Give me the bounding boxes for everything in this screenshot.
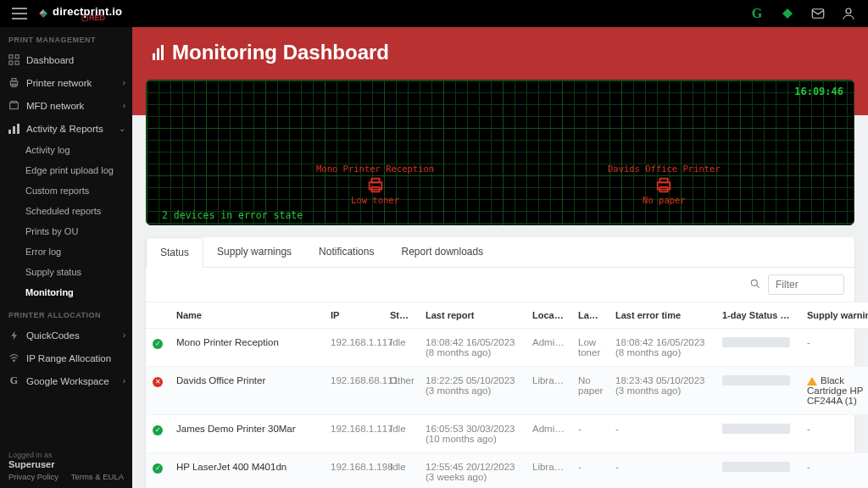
sidebar-footer: Logged in as Superuser Privacy Policy Te… [0,446,132,488]
svg-rect-5 [15,61,19,64]
topbar: directprint.io ▢RED G [0,0,868,27]
chevron-right-icon: › [123,330,125,340]
svg-rect-12 [371,178,379,182]
sidebar-sub-activity-log[interactable]: Activity log [0,140,132,160]
sidebar-item-google-workspace[interactable]: G Google Workspace › [0,369,132,392]
brand[interactable]: directprint.io ▢RED [37,6,122,22]
chart-bars-icon [153,45,164,60]
tab-status[interactable]: Status [146,237,203,268]
sidebar-sub-edge-upload[interactable]: Edge print upload log [0,160,132,180]
copier-icon [8,100,19,111]
filter-input[interactable] [768,274,844,295]
sidebar-item-ip-range[interactable]: IP Range Allocation [0,347,132,369]
google-icon[interactable]: G [749,6,765,21]
sidebar-label: MFD network [26,101,84,111]
col-name[interactable]: Name [170,302,324,329]
brand-logo-icon [37,8,49,19]
col-last-report[interactable]: Last report [419,302,526,329]
page: Monitoring Dashboard 16:09:46 Mono Print… [132,27,868,488]
col-last-error-time[interactable]: Last error time [609,302,715,329]
table-row[interactable]: ✓James Demo Printer 30Mar192.168.1.117Id… [146,415,868,453]
monitor-error-summary: 2 devices in error state [162,209,303,221]
sidebar-section-printer-allocation: PRINTER ALLOCATION [0,302,132,324]
svg-rect-7 [12,79,16,81]
monitor-device-1[interactable]: Mono Printer Reception Low toner [316,164,434,205]
sidebar-item-printer-network[interactable]: Printer network › [0,71,132,94]
device-error: Low toner [316,195,434,206]
sidebar-sub-scheduled-reports[interactable]: Scheduled reports [0,201,132,221]
table-row[interactable]: ✕Davids Office Printer192.168.68.111Othe… [146,367,868,415]
svg-point-1 [846,8,851,14]
sidebar-sub-error-log[interactable]: Error log [0,241,132,262]
mail-icon[interactable] [810,6,826,21]
device-name: Mono Printer Reception [316,164,434,175]
monitor-panel: 16:09:46 Mono Printer Reception Low tone… [146,80,854,225]
col-last-error[interactable]: Last error [571,302,609,329]
location-cell: Library ... [526,453,571,489]
col-supply[interactable]: Supply warnings [800,302,868,329]
state-cell: Other [383,367,419,415]
chevron-down-icon: ⌄ [119,124,125,133]
svg-point-17 [751,280,757,286]
table-row[interactable]: ✓Mono Printer Reception192.168.1.117Idle… [146,329,868,367]
wifi-icon [8,352,19,363]
hamburger-icon[interactable] [12,8,27,19]
sidebar-label: Google Workspace [26,376,109,386]
col-history[interactable]: 1-day Status History [715,302,800,329]
last-report-cell: 12:55:45 20/12/2023 (3 weeks ago) [419,453,526,489]
history-bar [722,337,790,347]
printer-error-icon [654,176,673,193]
sidebar-sub-monitoring[interactable]: Monitoring [0,282,132,302]
last-error-cell: - [571,415,609,453]
sidebar-item-dashboard[interactable]: Dashboard [0,48,132,71]
sidebar-item-mfd-network[interactable]: MFD network › [0,94,132,117]
col-location[interactable]: Location [526,302,571,329]
supply-cell: - [807,337,810,347]
chevron-right-icon: › [123,376,125,385]
last-error-cell: Low toner [571,329,609,367]
search-icon[interactable] [749,278,761,292]
sidebar-item-activity-reports[interactable]: Activity & Reports ⌄ [0,117,132,140]
last-error-cell: No paper [571,367,609,415]
user-icon[interactable] [841,6,856,21]
printer-name-link[interactable]: Mono Printer Reception [176,337,279,347]
status-dot: ✓ [153,463,163,474]
location-cell: Admin ... [526,329,571,367]
svg-rect-0 [812,9,824,19]
col-state[interactable]: State [383,302,419,329]
sidebar-section-print-management: PRINT MANAGEMENT [0,27,132,48]
printer-name-link[interactable]: James Demo Printer 30Mar [176,424,296,434]
diamond-icon[interactable] [780,6,795,21]
last-report-cell: 18:08:42 16/05/2023 (8 months ago) [419,329,526,367]
svg-rect-2 [9,55,13,58]
grid-icon [8,54,19,65]
sidebar-sub-custom-reports[interactable]: Custom reports [0,180,132,201]
terms-link[interactable]: Terms & EULA [71,472,124,481]
sidebar-label: QuickCodes [26,330,80,341]
sidebar-label: Dashboard [26,55,74,65]
sidebar-sub-prints-by-ou[interactable]: Prints by OU [0,221,132,241]
last-error-time-cell: 18:23:43 05/10/2023 (3 months ago) [609,367,715,415]
sidebar-sub-supply-status[interactable]: Supply status [0,262,132,282]
ip-cell: 192.168.1.117 [324,329,383,367]
chevron-right-icon: › [123,101,125,110]
sidebar-item-quickcodes[interactable]: QuickCodes › [0,324,132,347]
monitor-device-2[interactable]: Davids Office Printer No paper [608,164,721,205]
tab-supply-warnings[interactable]: Supply warnings [203,237,305,267]
tab-notifications[interactable]: Notifications [305,237,387,267]
monitor-clock: 16:09:46 [794,86,843,97]
sidebar-label: IP Range Allocation [26,353,111,363]
printer-name-link[interactable]: HP LaserJet 400 M401dn [176,462,287,472]
table-row[interactable]: ✓HP LaserJet 400 M401dn192.168.1.198Idle… [146,453,868,489]
last-report-cell: 18:22:25 05/10/2023 (3 months ago) [419,367,526,415]
google-g-icon: G [8,375,19,386]
tab-report-downloads[interactable]: Report downloads [387,237,497,267]
printer-name-link[interactable]: Davids Office Printer [176,375,265,385]
supply-cell: - [807,462,810,472]
card-toolbar [146,268,854,302]
col-ip[interactable]: IP [324,302,383,329]
sidebar: PRINT MANAGEMENT Dashboard Printer netwo… [0,27,132,488]
last-error-time-cell: 18:08:42 16/05/2023 (8 months ago) [609,329,715,367]
history-bar [722,462,790,472]
privacy-link[interactable]: Privacy Policy [8,472,58,481]
